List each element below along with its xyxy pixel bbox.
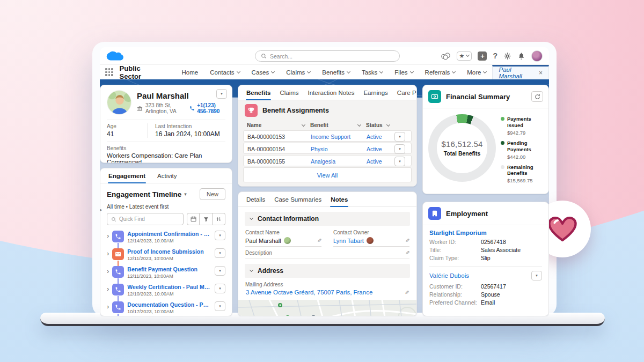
timeline-range-button[interactable] <box>187 213 200 225</box>
search-input[interactable] <box>270 53 394 60</box>
timeline-item[interactable]: › Proof of Income Submission 12/11/2023,… <box>107 248 225 266</box>
table-row[interactable]: BA-000000153 Income Support Active ▾ <box>243 130 412 142</box>
chevron-right-icon[interactable]: › <box>107 285 109 292</box>
edit-pencil-icon[interactable]: ✎ <box>405 238 409 243</box>
edit-pencil-icon[interactable]: ✎ <box>317 238 321 243</box>
filter-icon[interactable] <box>200 213 213 225</box>
app-launcher-icon[interactable] <box>105 68 113 76</box>
column-header-benefit[interactable]: Benefit <box>310 122 366 128</box>
timeline-item-title[interactable]: Documentation Question - Paul Marshall <box>127 301 211 308</box>
section-address[interactable]: Address <box>245 264 410 278</box>
tab-case-summaries[interactable]: Case Summaries <box>274 196 322 206</box>
contact-phone[interactable]: +1(123) 456-7890 <box>197 102 225 114</box>
row-actions-button[interactable]: ▾ <box>215 266 225 276</box>
related-person-link[interactable]: Valérie Dubois <box>429 272 469 279</box>
assistant-icon[interactable] <box>441 52 451 60</box>
scene-background: ★ + ? Public Sector <box>0 0 644 362</box>
row-actions-button[interactable]: ▾ <box>394 144 405 154</box>
record-page-content: ▸ ▾ Paul Marshall <box>100 79 549 316</box>
nav-tab-files[interactable]: Files <box>389 65 419 79</box>
search-icon <box>261 53 267 59</box>
legend-amount: $15,569.75 <box>507 178 540 183</box>
favorites-button[interactable]: ★ <box>457 51 472 61</box>
worker-id-value[interactable]: 02567418 <box>481 239 542 245</box>
tab-details[interactable]: Details <box>246 196 266 206</box>
split-view-handle[interactable]: ▸ <box>100 207 103 212</box>
close-icon[interactable]: × <box>539 69 543 77</box>
help-icon[interactable]: ? <box>493 51 497 60</box>
timeline-item[interactable]: › Appointment Confirmation - Paul Marsha… <box>107 231 225 248</box>
customer-id-value[interactable]: 02567417 <box>481 283 542 290</box>
column-header-status[interactable]: Status <box>366 122 395 128</box>
timeline-item[interactable]: › Benefit Payment Question 12/11/2023, 1… <box>107 266 225 284</box>
row-actions-button[interactable]: ▾ <box>394 132 405 142</box>
related-list-title[interactable]: Benefit Assignments <box>262 107 329 114</box>
employer-link[interactable]: Starlight Emporium <box>429 230 487 236</box>
nav-tab-referrals[interactable]: Referrals <box>419 65 462 79</box>
chevron-right-icon[interactable]: › <box>107 250 109 257</box>
chevron-down-icon <box>347 69 350 73</box>
mailing-address-value[interactable]: 3 Avenue Octave Gréard, 75007 Paris, Fra… <box>246 289 372 295</box>
app-nav-bar: Public Sector Home Contacts Cases Claims… <box>100 65 549 79</box>
tab-interaction-notes[interactable]: Interaction Notes <box>308 90 355 100</box>
view-all-link[interactable]: View All <box>317 172 338 179</box>
nav-tab-home[interactable]: Home <box>176 65 204 79</box>
row-actions-button[interactable]: ▾ <box>215 301 225 311</box>
tab-notes[interactable]: Notes <box>330 196 348 206</box>
timeline-item-title[interactable]: Weekly Certification - Paul Marshall <box>127 284 211 290</box>
quick-find-input[interactable] <box>119 216 179 222</box>
user-avatar[interactable] <box>531 50 543 62</box>
column-header-name[interactable]: Name <box>247 122 310 128</box>
record-tab-paul-marshall[interactable]: Paul Marshall × <box>492 65 549 79</box>
nav-tab-tasks[interactable]: Tasks <box>356 65 389 79</box>
chevron-down-icon[interactable]: ▾ <box>184 191 187 197</box>
row-actions-button[interactable]: ▾ <box>531 271 542 280</box>
quick-find-box[interactable] <box>107 213 184 225</box>
setup-gear-icon[interactable] <box>503 52 511 60</box>
refresh-icon[interactable] <box>531 91 543 102</box>
card-actions-button[interactable]: ▾ <box>216 89 227 99</box>
table-row[interactable]: BA-000000155 Analgesia Active ▾ <box>243 155 412 166</box>
favorites-star-icon: ★ <box>459 53 465 60</box>
section-contact-information[interactable]: Contact Information <box>245 212 410 226</box>
edit-pencil-icon[interactable]: ✎ <box>405 250 409 256</box>
benefits-value: Workers Compensation: Care Plan Commence… <box>107 152 225 163</box>
nav-tab-more[interactable]: More <box>461 65 492 79</box>
table-row[interactable]: BA-000000154 Physio Active ▾ <box>243 143 412 154</box>
contact-owner-value[interactable]: Lynn Tabart <box>333 238 364 244</box>
chevron-right-icon[interactable]: › <box>107 303 109 310</box>
notifications-bell-icon[interactable] <box>517 52 525 60</box>
global-search[interactable] <box>255 50 400 62</box>
tab-benefits[interactable]: Benefits <box>246 90 271 100</box>
row-actions-button[interactable]: ▾ <box>394 157 405 166</box>
address-map[interactable] <box>238 300 416 316</box>
tab-activity[interactable]: Activity <box>157 173 177 183</box>
timeline-item[interactable]: › Documentation Question - Paul Marshall… <box>107 301 225 316</box>
row-actions-button[interactable]: ▾ <box>215 248 225 258</box>
benefit-link[interactable]: Analgesia <box>311 158 367 165</box>
timeline-item-title[interactable]: Proof of Income Submission <box>127 248 211 255</box>
timeline-item[interactable]: › Weekly Certification - Paul Marshall 1… <box>107 284 225 301</box>
timeline-item-title[interactable]: Benefit Payment Question <box>127 266 211 272</box>
tab-engagement[interactable]: Engagement <box>108 173 146 183</box>
nav-tab-claims[interactable]: Claims <box>280 65 316 79</box>
chevron-right-icon[interactable]: › <box>107 232 109 239</box>
global-actions-add-icon[interactable]: + <box>478 51 487 61</box>
nav-tab-benefits[interactable]: Benefits <box>316 65 356 79</box>
nav-tab-contacts[interactable]: Contacts <box>204 65 245 79</box>
edit-pencil-icon[interactable]: ✎ <box>405 290 409 295</box>
tab-claims[interactable]: Claims <box>279 90 299 100</box>
tab-earnings[interactable]: Earnings <box>363 90 388 100</box>
row-actions-button[interactable]: ▾ <box>215 231 225 240</box>
chevron-right-icon[interactable]: › <box>107 268 109 275</box>
tab-care-plans[interactable]: Care Plans <box>397 90 417 100</box>
nav-tab-cases[interactable]: Cases <box>246 65 281 79</box>
timeline-item-title[interactable]: Appointment Confirmation - Paul Marshall <box>127 231 211 237</box>
benefit-link[interactable]: Physio <box>311 146 367 152</box>
new-button[interactable]: New <box>200 188 225 200</box>
sort-icon[interactable] <box>213 213 225 225</box>
row-actions-button[interactable]: ▾ <box>215 284 225 293</box>
contact-name: Paul Marshall <box>137 91 225 100</box>
total-benefits-label: Total Benefits <box>444 150 481 157</box>
benefit-link[interactable]: Income Support <box>311 134 367 140</box>
